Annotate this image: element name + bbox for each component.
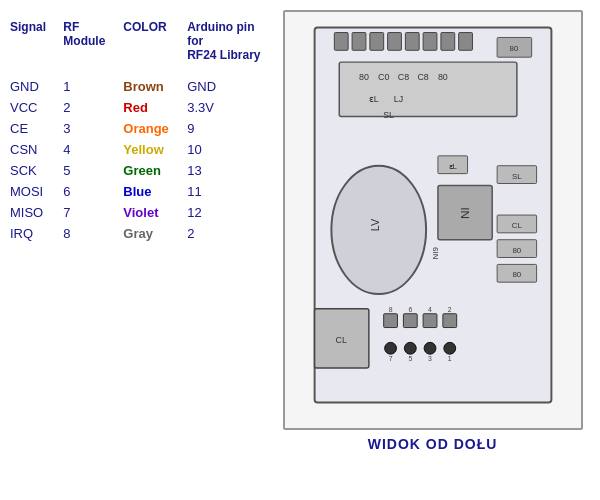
signal-csn: CSN	[4, 139, 57, 160]
color-blue: Blue	[117, 181, 181, 202]
table-row: MISO 7 Violet 12	[4, 202, 276, 223]
svg-text:NI9: NI9	[430, 247, 439, 259]
svg-rect-1	[334, 33, 348, 51]
svg-text:1: 1	[447, 355, 451, 362]
header-color: COLOR	[117, 18, 181, 66]
svg-rect-7	[440, 33, 454, 51]
rf-8: 8	[57, 223, 117, 244]
module-diagram: 80 80 C0 C8 C8 80 ɛL LJ SL LV SL CL	[285, 12, 581, 428]
svg-text:4: 4	[428, 306, 432, 313]
svg-point-48	[443, 342, 455, 354]
arduino-33v: 3.3V	[181, 97, 276, 118]
diagram-area: 80 80 C0 C8 C8 80 ɛL LJ SL LV SL CL	[275, 10, 590, 470]
svg-text:SL: SL	[512, 172, 522, 181]
pin-table-area: Signal RFModule COLOR Arduino pinforRF24…	[0, 10, 280, 252]
svg-text:ɛL: ɛL	[368, 94, 378, 104]
svg-text:LJ: LJ	[393, 94, 402, 104]
svg-text:C0: C0	[377, 72, 388, 82]
color-green: Green	[117, 160, 181, 181]
rf-5: 5	[57, 160, 117, 181]
svg-text:SL: SL	[383, 110, 394, 120]
svg-rect-37	[383, 314, 397, 328]
svg-rect-38	[403, 314, 417, 328]
svg-text:CL: CL	[511, 221, 522, 230]
table-row: IRQ 8 Gray 2	[4, 223, 276, 244]
signal-vcc: VCC	[4, 97, 57, 118]
color-yellow: Yellow	[117, 139, 181, 160]
table-row: CSN 4 Yellow 10	[4, 139, 276, 160]
rf-4: 4	[57, 139, 117, 160]
arduino-9: 9	[181, 118, 276, 139]
pin-table: Signal RFModule COLOR Arduino pinforRF24…	[4, 18, 276, 244]
svg-text:ɛL: ɛL	[448, 162, 457, 171]
svg-text:80: 80	[358, 72, 368, 82]
svg-text:CL: CL	[335, 335, 346, 345]
svg-rect-6	[423, 33, 437, 51]
rf-2: 2	[57, 97, 117, 118]
arduino-gnd: GND	[181, 76, 276, 97]
svg-text:80: 80	[512, 246, 521, 255]
table-row: VCC 2 Red 3.3V	[4, 97, 276, 118]
svg-text:8: 8	[388, 306, 392, 313]
svg-text:2: 2	[447, 306, 451, 313]
signal-miso: MISO	[4, 202, 57, 223]
signal-sck: SCK	[4, 160, 57, 181]
svg-text:80: 80	[512, 270, 521, 279]
diagram-border: 80 80 C0 C8 C8 80 ɛL LJ SL LV SL CL	[283, 10, 583, 430]
color-brown: Brown	[117, 76, 181, 97]
svg-rect-11	[339, 62, 517, 116]
svg-text:7: 7	[388, 355, 392, 362]
svg-point-45	[384, 342, 396, 354]
color-violet: Violet	[117, 202, 181, 223]
svg-text:C8: C8	[397, 72, 408, 82]
signal-mosi: MOSI	[4, 181, 57, 202]
rf-6: 6	[57, 181, 117, 202]
arduino-13: 13	[181, 160, 276, 181]
header-rf-module: RFModule	[57, 18, 117, 66]
header-signal: Signal	[4, 18, 57, 66]
color-red: Red	[117, 97, 181, 118]
svg-rect-5	[405, 33, 419, 51]
svg-point-46	[404, 342, 416, 354]
table-row: GND 1 Brown GND	[4, 76, 276, 97]
svg-rect-8	[458, 33, 472, 51]
signal-gnd: GND	[4, 76, 57, 97]
svg-text:80: 80	[437, 72, 447, 82]
svg-text:C8: C8	[417, 72, 428, 82]
arduino-12: 12	[181, 202, 276, 223]
svg-text:NI: NI	[458, 207, 472, 219]
color-gray: Gray	[117, 223, 181, 244]
table-row: SCK 5 Green 13	[4, 160, 276, 181]
svg-rect-3	[369, 33, 383, 51]
header-arduino-pin: Arduino pinforRF24 Library	[181, 18, 276, 66]
svg-rect-4	[387, 33, 401, 51]
signal-irq: IRQ	[4, 223, 57, 244]
table-row: MOSI 6 Blue 11	[4, 181, 276, 202]
svg-rect-2	[352, 33, 366, 51]
svg-point-47	[424, 342, 436, 354]
arduino-11: 11	[181, 181, 276, 202]
arduino-2: 2	[181, 223, 276, 244]
rf-3: 3	[57, 118, 117, 139]
svg-rect-39	[423, 314, 437, 328]
svg-text:80: 80	[509, 44, 518, 53]
svg-text:3: 3	[428, 355, 432, 362]
svg-text:5: 5	[408, 355, 412, 362]
svg-text:6: 6	[408, 306, 412, 313]
arduino-10: 10	[181, 139, 276, 160]
signal-ce: CE	[4, 118, 57, 139]
color-orange: Orange	[117, 118, 181, 139]
diagram-caption: WIDOK OD DOŁU	[368, 436, 498, 452]
table-row: CE 3 Orange 9	[4, 118, 276, 139]
svg-rect-40	[442, 314, 456, 328]
rf-1: 1	[57, 76, 117, 97]
rf-7: 7	[57, 202, 117, 223]
svg-text:LV: LV	[368, 218, 380, 231]
